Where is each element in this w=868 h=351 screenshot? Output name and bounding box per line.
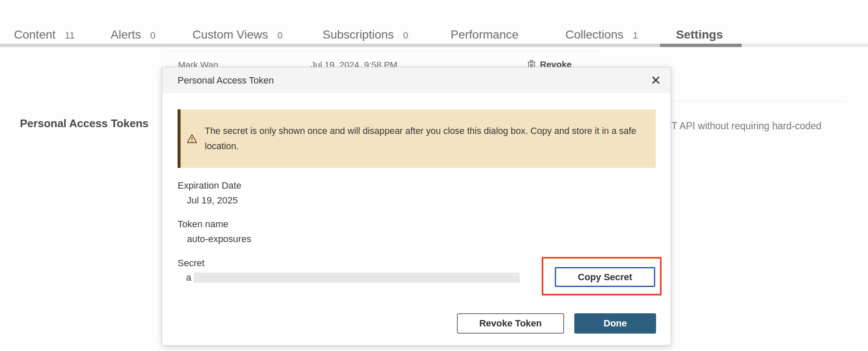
active-tab-indicator: [660, 44, 742, 47]
tab-subscriptions[interactable]: Subscriptions 0: [323, 28, 408, 42]
page: Content 11 Alerts 0 Custom Views 0 Subsc…: [0, 0, 868, 351]
table-row-divider: [166, 51, 598, 51]
tab-label: Alerts: [111, 28, 141, 42]
personal-access-token-dialog: Personal Access Token ✕ The secret is on…: [162, 67, 671, 345]
section-label-personal-access-tokens: Personal Access Tokens: [20, 117, 148, 130]
tab-underline-track: [0, 44, 660, 47]
tab-settings[interactable]: Settings: [676, 28, 723, 42]
tab-label: Content: [14, 28, 56, 42]
tab-label: Settings: [676, 28, 723, 42]
tab-count: 0: [150, 30, 156, 41]
expiration-date-label: Expiration Date: [178, 180, 241, 191]
tab-count: 1: [633, 30, 638, 41]
tab-underline-track-right: [742, 44, 868, 47]
dialog-header: Personal Access Token ✕: [162, 67, 670, 93]
expiration-date-value: Jul 19, 2025: [187, 195, 238, 206]
tab-count: 11: [65, 30, 75, 41]
token-name-label: Token name: [178, 219, 228, 230]
tab-bar: Content 11 Alerts 0 Custom Views 0 Subsc…: [0, 0, 868, 47]
tab-count: 0: [403, 30, 408, 41]
revoke-token-button[interactable]: Revoke Token: [457, 313, 564, 334]
warning-banner: The secret is only shown once and will d…: [178, 109, 656, 168]
secret-visible-char: a: [186, 272, 191, 283]
tab-alerts[interactable]: Alerts 0: [111, 28, 156, 42]
settings-section-divider: [661, 101, 844, 101]
tab-performance[interactable]: Performance: [451, 28, 518, 42]
tab-count: 0: [277, 30, 282, 41]
warning-icon: [186, 134, 198, 144]
tab-label: Subscriptions: [323, 28, 394, 42]
secret-value-row: a: [186, 272, 520, 283]
tab-label: Performance: [451, 28, 518, 42]
dialog-title: Personal Access Token: [178, 75, 274, 86]
tab-content[interactable]: Content 11: [14, 28, 75, 42]
tab-label: Collections: [565, 28, 623, 42]
tab-custom-views[interactable]: Custom Views 0: [192, 28, 283, 42]
token-name-value: auto-exposures: [187, 234, 251, 245]
secret-label: Secret: [178, 258, 205, 269]
copy-secret-button[interactable]: Copy Secret: [555, 267, 655, 287]
close-icon[interactable]: ✕: [651, 74, 661, 87]
warning-text: The secret is only shown once and will d…: [205, 123, 641, 154]
tab-collections[interactable]: Collections 1: [565, 28, 638, 42]
tab-label: Custom Views: [192, 28, 268, 42]
secret-masked-bar: [194, 273, 520, 283]
pat-description-fragment: ST API without requiring hard-coded: [665, 120, 821, 132]
done-button[interactable]: Done: [574, 313, 656, 334]
